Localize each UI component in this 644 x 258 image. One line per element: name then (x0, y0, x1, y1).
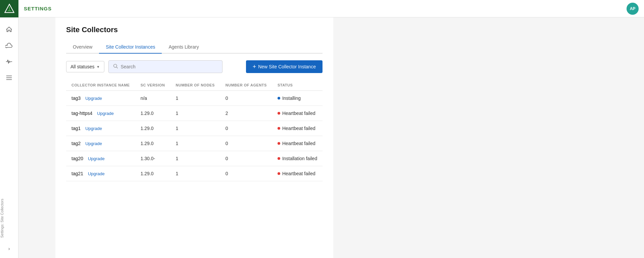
cell-version: n/a (135, 91, 170, 106)
top-bar: SETTINGS AP (0, 0, 644, 17)
status-badge: Heartbeat failed (278, 141, 317, 146)
brand-logo-icon (4, 4, 14, 14)
instances-table: COLLECTOR INSTANCE NAME SC VERSION NUMBE… (66, 80, 323, 181)
toolbar: All statuses ▼ + New Site Collector Inst… (66, 60, 323, 73)
col-header-version: SC VERSION (135, 80, 170, 91)
search-box (108, 60, 222, 73)
status-filter-dropdown[interactable]: All statuses ▼ (66, 61, 104, 72)
upgrade-link[interactable]: Upgrade (85, 96, 102, 101)
brand-area (0, 0, 18, 17)
instance-name[interactable]: tag1 (71, 126, 81, 131)
search-icon (113, 63, 118, 70)
cell-version: 1.30.0- (135, 151, 170, 166)
cell-status: Heartbeat failed (272, 121, 323, 136)
cell-agents: 2 (220, 106, 272, 121)
table-row: tag21 Upgrade 1.29.0 1 0 Heartbeat faile… (66, 166, 323, 181)
new-instance-button[interactable]: + New Site Collector Instance (246, 60, 323, 73)
cell-version: 1.29.0 (135, 136, 170, 151)
cell-name: tag2 Upgrade (66, 136, 135, 151)
col-header-nodes: NUMBER OF NODES (170, 80, 220, 91)
upgrade-link[interactable]: Upgrade (88, 156, 105, 161)
status-dot-icon (278, 157, 280, 160)
table-row: tag-https4 Upgrade 1.29.0 1 2 Heartbeat … (66, 106, 323, 121)
status-badge: Heartbeat failed (278, 126, 317, 131)
cell-name: tag3 Upgrade (66, 91, 135, 106)
nav-sidebar: Settings: Site Collectors › (0, 17, 18, 258)
cell-status: Heartbeat failed (272, 106, 323, 121)
status-dot-icon (278, 127, 280, 130)
new-instance-label: New Site Collector Instance (258, 64, 316, 69)
cell-status: Installing (272, 91, 323, 106)
table-row: tag20 Upgrade 1.30.0- 1 0 Installation f… (66, 151, 323, 166)
upgrade-link[interactable]: Upgrade (85, 126, 102, 131)
cell-status: Heartbeat failed (272, 166, 323, 181)
user-avatar[interactable]: AP (627, 3, 639, 15)
tab-overview[interactable]: Overview (66, 41, 99, 54)
cell-status: Installation failed (272, 151, 323, 166)
tabs-bar: Overview Site Collector Instances Agents… (66, 41, 323, 54)
nav-menu-icon[interactable] (2, 71, 16, 84)
cell-nodes: 1 (170, 136, 220, 151)
nav-pulse-icon[interactable] (2, 55, 16, 68)
cell-agents: 0 (220, 136, 272, 151)
cell-agents: 0 (220, 121, 272, 136)
cell-nodes: 1 (170, 121, 220, 136)
tab-agents[interactable]: Agents Library (162, 41, 205, 54)
instance-name[interactable]: tag3 (71, 95, 81, 101)
cell-name: tag21 Upgrade (66, 166, 135, 181)
status-label: Heartbeat failed (282, 141, 315, 146)
sidebar-context-label: Settings: Site Collectors (0, 199, 7, 238)
status-badge: Heartbeat failed (278, 111, 317, 116)
cell-nodes: 1 (170, 166, 220, 181)
col-header-name: COLLECTOR INSTANCE NAME (66, 80, 135, 91)
plus-icon: + (253, 64, 256, 70)
search-input[interactable] (121, 64, 218, 69)
cell-nodes: 1 (170, 106, 220, 121)
status-dot-icon (278, 112, 280, 115)
main-content: Site Collectors Overview Site Collector … (55, 17, 333, 258)
status-label: Installing (282, 95, 301, 101)
cell-nodes: 1 (170, 91, 220, 106)
col-header-agents: NUMBER OF AGENTS (220, 80, 272, 91)
status-label: Heartbeat failed (282, 111, 315, 116)
cell-agents: 0 (220, 166, 272, 181)
cell-version: 1.29.0 (135, 106, 170, 121)
cell-name: tag-https4 Upgrade (66, 106, 135, 121)
instance-name[interactable]: tag21 (71, 171, 83, 176)
instance-name[interactable]: tag2 (71, 141, 81, 146)
upgrade-link[interactable]: Upgrade (85, 141, 102, 146)
status-dot-icon (278, 142, 280, 145)
cell-agents: 0 (220, 91, 272, 106)
cell-version: 1.29.0 (135, 121, 170, 136)
upgrade-link[interactable]: Upgrade (88, 171, 105, 176)
cell-agents: 0 (220, 151, 272, 166)
table-row: tag3 Upgrade n/a 1 0 Installing (66, 91, 323, 106)
cell-name: tag20 Upgrade (66, 151, 135, 166)
status-label: Heartbeat failed (282, 171, 315, 176)
status-dot-icon (278, 172, 280, 175)
status-badge: Installing (278, 95, 317, 101)
table-row: tag1 Upgrade 1.29.0 1 0 Heartbeat failed (66, 121, 323, 136)
chevron-down-icon: ▼ (97, 65, 100, 69)
cell-version: 1.29.0 (135, 166, 170, 181)
status-filter-label: All statuses (70, 64, 95, 69)
svg-line-7 (116, 67, 118, 68)
table-row: tag2 Upgrade 1.29.0 1 0 Heartbeat failed (66, 136, 323, 151)
nav-cloud-icon[interactable] (2, 39, 16, 52)
instance-name[interactable]: tag20 (71, 156, 83, 161)
cell-status: Heartbeat failed (272, 136, 323, 151)
instance-name[interactable]: tag-https4 (71, 111, 92, 116)
status-badge: Heartbeat failed (278, 171, 317, 176)
nav-home-icon[interactable] (2, 23, 16, 36)
app-title: SETTINGS (24, 6, 627, 11)
status-label: Heartbeat failed (282, 126, 315, 131)
status-label: Installation failed (282, 156, 317, 161)
expand-sidebar-button[interactable]: › (8, 246, 10, 251)
upgrade-link[interactable]: Upgrade (97, 111, 114, 116)
status-dot-icon (278, 97, 280, 100)
tab-instances[interactable]: Site Collector Instances (99, 41, 162, 54)
page-title: Site Collectors (66, 25, 323, 34)
cell-nodes: 1 (170, 151, 220, 166)
svg-point-6 (113, 64, 116, 67)
cell-name: tag1 Upgrade (66, 121, 135, 136)
